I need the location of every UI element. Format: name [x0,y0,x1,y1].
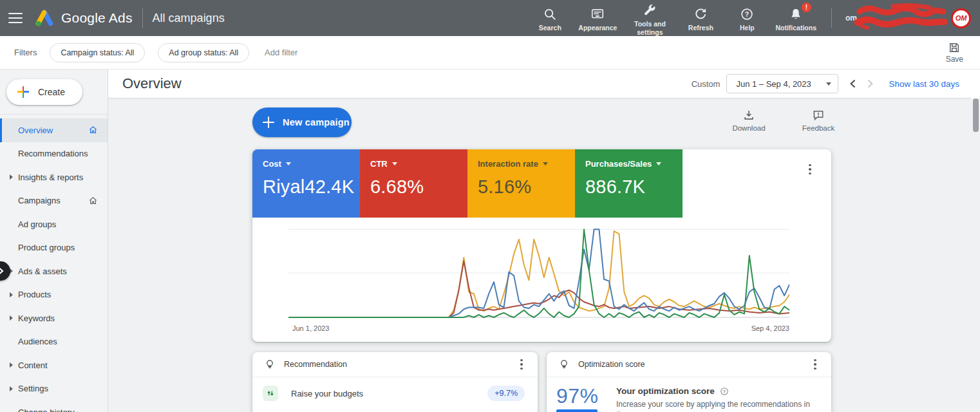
chevron-down-icon [543,162,548,165]
card-menu-button[interactable] [517,359,526,370]
download-icon [742,109,755,122]
metric-value: Riyal42.4K [263,176,360,198]
avatar[interactable]: OM [951,8,971,28]
metric-tile-purchases-sales[interactable]: Purchases/Sales886.7K [575,149,683,218]
optimization-score-card: Optimization score 97% Your optimization… [547,352,831,412]
topbar-help-button[interactable]: ?Help [729,4,765,32]
topbar-notifications-button[interactable]: Notifications! [775,4,816,32]
add-filter-button[interactable]: Add filter [265,48,297,57]
sidebar-item-settings[interactable]: Settings [0,377,108,401]
chevron-down-icon [826,82,831,86]
main-content: Overview Custom Jun 1 – Sep 4, 2023 Show… [108,70,971,412]
breadcrumb[interactable]: All campaigns [153,12,225,25]
top-app-bar: Google Ads All campaigns SearchAppearanc… [0,0,980,36]
next-period-button[interactable] [867,79,874,88]
sidebar-item-ads-assets[interactable]: Ads & assets [0,259,108,283]
scrollbar-thumb[interactable] [973,98,979,132]
chevron-right-icon [10,174,13,180]
card-menu-button[interactable] [811,359,820,370]
chevron-down-icon [286,162,291,165]
sidebar-item-insights-reports[interactable]: Insights & reports [0,165,108,189]
sidebar-item-overview[interactable]: Overview [0,118,108,142]
sidebar-item-change-history[interactable]: Change history [0,400,108,412]
sidebar-item-audiences[interactable]: Audiences [0,330,108,354]
lightbulb-icon [558,358,570,371]
metric-value: 6.68% [370,176,467,198]
download-label: Download [732,124,765,132]
date-range-dropdown[interactable]: Jun 1 – Sep 4, 2023 [726,74,838,93]
card-menu-button[interactable] [806,164,815,175]
optimization-heading: Your optimization score [616,386,715,396]
sidebar-item-content[interactable]: Content [0,353,108,377]
save-label: Save [946,55,963,64]
sidebar-item-products[interactable]: Products [0,283,108,307]
chevron-right-icon [10,386,13,391]
topbar-divider [142,8,143,28]
metric-tile-ctr[interactable]: CTR6.68% [360,149,467,218]
save-button[interactable]: Save [946,41,963,64]
sidebar-item-recommendations[interactable]: Recommendations [0,142,108,166]
uplift-badge: +9.7% [487,386,525,401]
recommendation-item[interactable]: Raise your budgets +9.7% [252,386,538,401]
appearance-icon [590,6,605,22]
topbar-search-button[interactable]: Search [532,4,568,32]
help-icon: ? [740,6,754,22]
sidebar-item-keywords[interactable]: Keywords [0,306,108,330]
date-range-type-label: Custom [692,79,721,89]
home-icon [88,195,99,206]
help-circle-icon[interactable]: ? [720,387,729,396]
arrows-up-down-icon [263,386,278,401]
topbar-tools-button[interactable]: Tools and settings [627,0,672,35]
ad-group-status-chip[interactable]: Ad group status: All [158,43,249,62]
show-last-30-days-link[interactable]: Show last 30 days [889,79,959,89]
recommendation-card: Recommendation Raise your budgets +9.7% [252,352,538,412]
chevron-down-icon [392,162,397,165]
metric-tile-interaction-rate[interactable]: Interaction rate5.16% [467,149,575,218]
svg-text:?: ? [723,389,726,393]
feedback-label: Feedback [802,124,835,132]
google-ads-logo-icon [34,9,55,27]
account-info[interactable]: om OM [845,3,971,33]
topbar-refresh-button[interactable]: Refresh [683,4,719,32]
new-campaign-label: New campaign [283,117,350,127]
topbar-appearance-button[interactable]: Appearance [578,4,617,32]
create-label: Create [38,87,65,97]
date-range-value: Jun 1 – Sep 4, 2023 [736,79,811,89]
product-title: Google Ads [61,10,133,26]
scrollbar-track[interactable] [971,70,980,412]
optimization-description: Increase your score by applying the reco… [616,399,817,412]
save-icon [948,41,961,54]
recommendation-label: Raise your budgets [291,389,363,398]
metric-value: 5.16% [478,176,575,198]
search-icon [543,6,557,22]
notification-badge: ! [802,3,811,12]
previous-period-button[interactable] [849,79,856,88]
optimization-score-bar [556,409,598,412]
wrench-icon [643,3,657,18]
metric-tile-cost[interactable]: CostRiyal42.4K [252,149,360,218]
feedback-button[interactable]: Feedback [791,109,846,132]
chevron-right-icon [10,292,13,297]
sidebar-item-ad-groups[interactable]: Ad groups [0,212,108,236]
filters-label: Filters [14,48,37,57]
topbar-divider [831,8,832,28]
menu-icon[interactable] [8,13,23,23]
page-title: Overview [122,75,182,92]
sidebar-item-product-groups[interactable]: Product groups [0,236,108,260]
bell-icon [789,6,803,22]
home-icon [88,124,99,135]
expand-panel-button[interactable] [0,261,10,281]
chart-x-axis: Jun 1, 2023 Sep 4, 2023 [292,324,789,332]
overview-chart-card: CostRiyal42.4KCTR6.68%Interaction rate5.… [252,149,831,342]
x-axis-start-label: Jun 1, 2023 [292,324,330,332]
plus-icon [263,117,274,128]
sidebar-item-campaigns[interactable]: Campaigns [0,189,108,213]
new-campaign-button[interactable]: New campaign [252,108,352,137]
create-button[interactable]: Create [6,79,82,105]
performance-chart[interactable] [288,220,789,322]
redaction-scribble [854,3,948,33]
chevron-right-icon [10,315,13,321]
campaign-status-chip[interactable]: Campaign status: All [50,43,145,62]
chevron-down-icon [656,162,661,165]
download-button[interactable]: Download [721,109,777,132]
